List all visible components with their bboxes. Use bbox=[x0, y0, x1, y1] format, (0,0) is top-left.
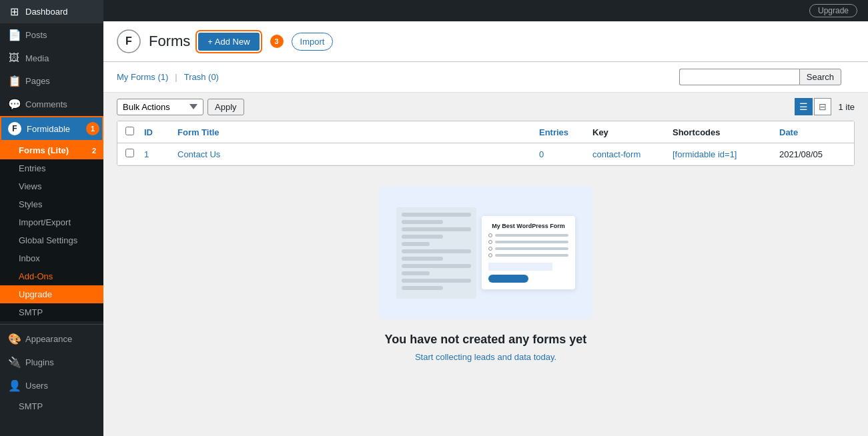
sidebar-item-label: Users bbox=[25, 381, 48, 391]
tab-links: My Forms (1) | Trash (0) bbox=[117, 67, 219, 87]
view-list-button[interactable]: ☰ bbox=[795, 98, 813, 115]
sidebar: ⊞ Dashboard 📄 Posts 🖼 Media 📋 Pages 💬 Co… bbox=[0, 0, 103, 436]
view-toggle: ☰ ⊟ bbox=[795, 98, 831, 115]
sidebar-item-label: Plugins bbox=[25, 357, 54, 367]
annotation-badge-1: 1 bbox=[86, 122, 99, 135]
illus-radio-row-3 bbox=[488, 247, 568, 251]
search-area: 🔍 Search bbox=[679, 69, 841, 85]
col-checkbox bbox=[125, 127, 144, 137]
users-icon: 👤 bbox=[8, 379, 20, 392]
tab-my-forms[interactable]: My Forms (1) bbox=[117, 69, 168, 85]
illus-line-7 bbox=[402, 257, 443, 261]
sidebar-item-media[interactable]: 🖼 Media bbox=[0, 47, 103, 69]
my-forms-count: (1) bbox=[157, 72, 168, 82]
submenu-item-upgrade[interactable]: Upgrade bbox=[0, 285, 103, 303]
comments-icon: 💬 bbox=[8, 98, 20, 111]
import-button[interactable]: Import bbox=[292, 33, 334, 51]
search-input[interactable] bbox=[679, 69, 799, 85]
submenu-item-inbox[interactable]: Inbox bbox=[0, 249, 103, 267]
tab-separator: | bbox=[175, 72, 177, 82]
sidebar-item-label: Appearance bbox=[25, 334, 72, 344]
submenu-label: Inbox bbox=[19, 253, 40, 263]
table-row: 1 Contact Us 0 contact-form [formidable … bbox=[117, 143, 854, 165]
submenu-item-styles[interactable]: Styles bbox=[0, 195, 103, 213]
submenu-item-import-export[interactable]: Import/Export bbox=[0, 213, 103, 231]
empty-state: My Best WordPress Form bbox=[103, 166, 868, 382]
submenu-item-forms-lite[interactable]: Forms (Lite) 2 bbox=[0, 141, 103, 159]
sidebar-item-dashboard[interactable]: ⊞ Dashboard bbox=[0, 0, 103, 23]
submenu-item-views[interactable]: Views bbox=[0, 177, 103, 195]
my-forms-label: My Forms bbox=[117, 72, 155, 82]
illus-line-8 bbox=[402, 264, 471, 268]
row-checkbox bbox=[125, 149, 144, 159]
col-id[interactable]: ID bbox=[144, 127, 177, 137]
view-grid-button[interactable]: ⊟ bbox=[814, 98, 831, 115]
bulk-actions-select[interactable]: Bulk Actions bbox=[117, 99, 203, 115]
search-button[interactable]: Search bbox=[799, 69, 841, 85]
submenu-label: Entries bbox=[19, 163, 45, 173]
sidebar-item-formidable[interactable]: F Formidable 1 bbox=[0, 116, 103, 141]
illus-input-box bbox=[488, 263, 552, 271]
sidebar-item-comments[interactable]: 💬 Comments bbox=[0, 93, 103, 116]
apply-button[interactable]: Apply bbox=[207, 99, 244, 115]
sidebar-item-plugins[interactable]: 🔌 Plugins bbox=[0, 351, 103, 374]
trash-count: (0) bbox=[208, 72, 219, 82]
sidebar-item-posts[interactable]: 📄 Posts bbox=[0, 23, 103, 47]
illus-radio-row-1 bbox=[488, 233, 568, 237]
tab-trash[interactable]: Trash (0) bbox=[184, 69, 219, 85]
table-header: ID Form Title Entries Key Shortcodes Dat… bbox=[117, 121, 854, 143]
trash-label: Trash bbox=[184, 72, 206, 82]
col-shortcodes: Shortcodes bbox=[673, 127, 779, 137]
items-count: 1 ite bbox=[838, 102, 855, 112]
submenu-label: Styles bbox=[19, 199, 42, 209]
row-select-checkbox[interactable] bbox=[125, 149, 134, 157]
illus-title: My Best WordPress Form bbox=[488, 223, 568, 229]
submenu-item-global-settings[interactable]: Global Settings bbox=[0, 231, 103, 249]
tab-row: My Forms (1) | Trash (0) 🔍 Search bbox=[103, 62, 868, 93]
row-id-link[interactable]: 1 bbox=[144, 149, 149, 159]
submenu-item-entries[interactable]: Entries bbox=[0, 159, 103, 177]
posts-icon: 📄 bbox=[8, 29, 20, 41]
toolbar-row: Bulk Actions Apply ☰ ⊟ 1 ite bbox=[103, 93, 868, 121]
page-header: F Forms + Add New 3 Import bbox=[103, 21, 868, 62]
row-shortcode: [formidable id=1] bbox=[673, 149, 779, 159]
illus-line-4 bbox=[402, 235, 443, 239]
submenu-label: Upgrade bbox=[19, 289, 52, 299]
topbar: Upgrade bbox=[103, 0, 868, 21]
row-title-link[interactable]: Contact Us bbox=[177, 149, 220, 159]
sidebar-item-label: Comments bbox=[25, 99, 67, 109]
sidebar-item-pages[interactable]: 📋 Pages bbox=[0, 69, 103, 93]
add-new-button[interactable]: + Add New bbox=[198, 33, 259, 51]
dashboard-icon: ⊞ bbox=[8, 5, 20, 18]
sidebar-item-label: Media bbox=[25, 53, 49, 63]
upgrade-button[interactable]: Upgrade bbox=[809, 4, 857, 17]
submenu-label: SMTP bbox=[19, 307, 43, 317]
illus-radio-2 bbox=[488, 240, 492, 244]
illus-line-11 bbox=[402, 286, 443, 290]
submenu-item-add-ons[interactable]: Add-Ons bbox=[0, 267, 103, 285]
illus-line-1 bbox=[402, 213, 471, 217]
search-wrapper: 🔍 bbox=[679, 69, 799, 85]
pages-icon: 📋 bbox=[8, 75, 20, 87]
submenu-item-smtp[interactable]: SMTP bbox=[0, 303, 103, 321]
illus-line-10 bbox=[402, 279, 471, 283]
col-key: Key bbox=[592, 127, 673, 137]
illus-line-2 bbox=[402, 220, 443, 224]
illus-left bbox=[396, 207, 476, 299]
select-all-checkbox[interactable] bbox=[125, 127, 134, 135]
sidebar-item-appearance[interactable]: 🎨 Appearance bbox=[0, 327, 103, 351]
col-date[interactable]: Date bbox=[779, 127, 846, 137]
submenu-label: Import/Export bbox=[19, 217, 71, 227]
submenu-label: Global Settings bbox=[19, 235, 77, 245]
submenu-item-smtp-bottom[interactable]: SMTP bbox=[0, 397, 103, 415]
sidebar-item-users[interactable]: 👤 Users bbox=[0, 374, 103, 397]
smtp-label: SMTP bbox=[19, 401, 43, 411]
illus-radio-line-1 bbox=[495, 234, 568, 237]
formidable-icon: F bbox=[8, 122, 21, 135]
plugins-icon: 🔌 bbox=[8, 356, 20, 369]
illus-line-6 bbox=[402, 249, 471, 253]
illus-radio-row-4 bbox=[488, 253, 568, 257]
toolbar-left: Bulk Actions Apply bbox=[117, 99, 244, 115]
col-entries[interactable]: Entries bbox=[539, 127, 592, 137]
col-form-title[interactable]: Form Title bbox=[177, 127, 539, 137]
